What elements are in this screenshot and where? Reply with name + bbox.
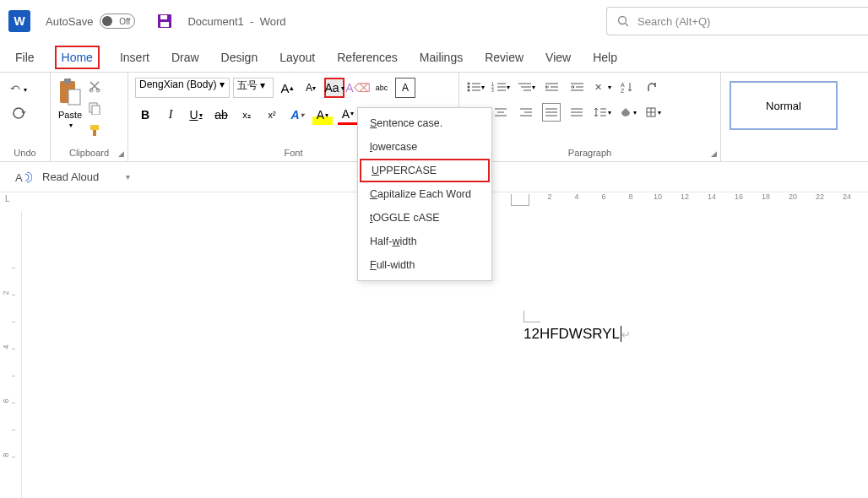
asian-layout-button[interactable]: ✕▾ xyxy=(593,78,611,96)
style-normal[interactable]: Normal xyxy=(730,81,838,130)
horizontal-ruler[interactable]: 2 4 6 8 10 12 14 16 18 20 22 24 xyxy=(511,192,868,209)
shading-button[interactable]: ▾ xyxy=(618,103,637,122)
svg-point-17 xyxy=(468,86,470,89)
svg-rect-7 xyxy=(64,78,71,84)
autosave-toggle[interactable]: AutoSave Off xyxy=(46,14,142,29)
svg-text:Z: Z xyxy=(621,88,625,93)
superscript-button[interactable]: x² xyxy=(262,105,282,125)
title-bar: W AutoSave Off Document1 - Word Search (… xyxy=(0,0,868,42)
numbering-button[interactable]: 123▾ xyxy=(491,78,510,96)
tab-help[interactable]: Help xyxy=(591,46,619,69)
paste-icon xyxy=(57,78,83,108)
tab-draw[interactable]: Draw xyxy=(170,46,201,69)
word-app-icon: W xyxy=(8,10,30,32)
svg-point-15 xyxy=(468,83,470,85)
autosave-label: AutoSave xyxy=(46,15,93,28)
svg-point-5 xyxy=(14,108,24,118)
tab-review[interactable]: Review xyxy=(483,46,525,69)
bullets-button[interactable]: ▾ xyxy=(466,78,485,96)
toggle-state: Off xyxy=(119,17,130,26)
document-text[interactable]: 12HFDWSRYL↵ xyxy=(524,326,631,342)
ribbon-tabs: File Home Insert Draw Design Layout Refe… xyxy=(0,42,868,73)
tab-file[interactable]: File xyxy=(14,46,36,69)
margin-marker xyxy=(524,311,540,322)
tab-insert[interactable]: Insert xyxy=(118,46,151,69)
repeat-button[interactable] xyxy=(10,105,27,122)
change-case-menu: Sentence case. lowercase UPPERCASE Capit… xyxy=(357,107,492,281)
decrease-indent-button[interactable] xyxy=(542,78,561,96)
vertical-ruler[interactable]: 2 4 6 8 xyxy=(0,211,22,498)
case-uppercase[interactable]: UPPERCASE xyxy=(360,159,490,182)
tab-references[interactable]: References xyxy=(335,46,399,69)
case-fullwidth[interactable]: Full-width xyxy=(358,253,491,277)
svg-text:✕: ✕ xyxy=(594,82,602,92)
styles-group: Normal xyxy=(721,73,852,161)
align-justify-button[interactable] xyxy=(542,103,561,122)
clipboard-group: Paste ▾ Clipboard ◢ xyxy=(51,73,128,161)
svg-line-4 xyxy=(626,24,629,27)
line-spacing-button[interactable]: ▾ xyxy=(593,103,611,122)
paragraph-group: ▾ 123▾ ▾ ✕▾ AZ ▾ ▾ ▾ Paragraph ◢ xyxy=(459,73,721,161)
phonetic-guide-button[interactable]: abc xyxy=(372,78,392,98)
case-sentence[interactable]: Sentence case. xyxy=(358,111,491,135)
highlight-button[interactable]: A▾ xyxy=(312,105,333,125)
undo-group-label: Undo xyxy=(7,148,43,160)
tab-design[interactable]: Design xyxy=(220,46,260,69)
multilevel-list-button[interactable]: ▾ xyxy=(517,78,535,96)
save-icon[interactable] xyxy=(157,14,172,29)
search-icon xyxy=(617,15,629,27)
clipboard-dialog-launcher[interactable]: ◢ xyxy=(118,149,124,158)
subscript-button[interactable]: x₂ xyxy=(236,105,257,125)
tab-home[interactable]: Home xyxy=(55,46,100,69)
search-placeholder: Search (Alt+Q) xyxy=(637,15,710,28)
page-content[interactable]: 12HFDWSRYL↵ xyxy=(524,311,631,343)
svg-rect-13 xyxy=(90,125,99,130)
grow-font-button[interactable]: A▴ xyxy=(277,78,297,98)
undo-button[interactable]: ▾ xyxy=(10,81,27,98)
svg-rect-14 xyxy=(93,130,96,136)
sort-button[interactable]: AZ xyxy=(618,78,637,96)
align-center-button[interactable] xyxy=(491,103,510,122)
svg-text:3: 3 xyxy=(491,88,494,93)
case-toggle[interactable]: tOGGLE cASE xyxy=(358,206,491,230)
shrink-font-button[interactable]: A▾ xyxy=(301,78,321,98)
format-painter-button[interactable] xyxy=(86,122,103,138)
font-color-button[interactable]: A▾ xyxy=(338,105,358,125)
change-case-button[interactable]: Aa▾ xyxy=(324,78,344,98)
increase-indent-button[interactable] xyxy=(567,78,586,96)
case-capitalize[interactable]: Capitalize Each Word xyxy=(358,182,491,206)
italic-button[interactable]: I xyxy=(160,105,181,125)
font-size-select[interactable]: 五号 ▾ xyxy=(233,78,274,98)
underline-button[interactable]: U▾ xyxy=(186,105,206,125)
toggle-switch[interactable]: Off xyxy=(100,14,135,29)
text-effects-button[interactable]: A▾ xyxy=(287,105,307,125)
copy-button[interactable] xyxy=(86,100,103,116)
char-border-button[interactable]: A xyxy=(395,78,415,98)
svg-rect-1 xyxy=(160,15,167,19)
svg-rect-2 xyxy=(160,22,169,27)
bold-button[interactable]: B xyxy=(135,105,155,125)
paragraph-dialog-launcher[interactable]: ◢ xyxy=(711,149,717,158)
clipboard-group-label: Clipboard xyxy=(57,148,121,160)
paste-button[interactable]: Paste ▾ xyxy=(57,78,83,138)
cut-button[interactable] xyxy=(86,78,103,95)
font-name-select[interactable]: DengXian (Body) ▾ xyxy=(135,78,230,98)
svg-point-19 xyxy=(468,89,470,92)
case-lowercase[interactable]: lowercase xyxy=(358,135,491,159)
tab-view[interactable]: View xyxy=(544,46,572,69)
read-aloud-dropdown[interactable]: ▾ xyxy=(126,172,130,181)
tab-mailings[interactable]: Mailings xyxy=(418,46,464,69)
svg-point-3 xyxy=(619,17,627,24)
show-paragraph-marks-button[interactable] xyxy=(643,78,662,96)
clear-formatting-button[interactable]: A⌫ xyxy=(348,78,368,98)
align-right-button[interactable] xyxy=(517,103,535,122)
strikethrough-button[interactable]: ab xyxy=(211,105,231,125)
distributed-button[interactable] xyxy=(567,103,586,122)
tab-layout[interactable]: Layout xyxy=(278,46,317,69)
svg-rect-8 xyxy=(68,89,80,105)
borders-button[interactable]: ▾ xyxy=(643,103,662,122)
svg-text:A: A xyxy=(621,82,625,88)
read-aloud-label[interactable]: Read Aloud xyxy=(42,171,99,183)
case-halfwidth[interactable]: Half-width xyxy=(358,230,491,253)
search-input[interactable]: Search (Alt+Q) xyxy=(606,7,868,35)
